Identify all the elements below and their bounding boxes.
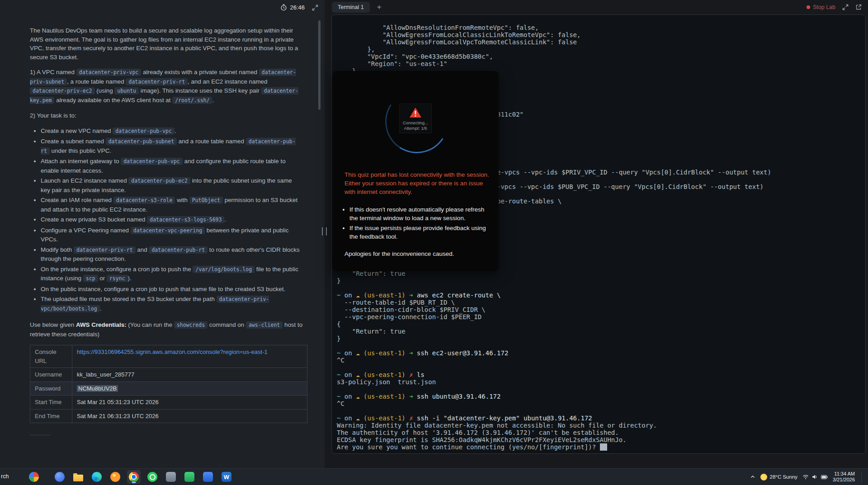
- credential-label: Console URL: [30, 345, 72, 368]
- terminal-line: Warning: Identity file datacenter-key.pe…: [337, 422, 863, 429]
- stop-lab-button[interactable]: Stop Lab: [807, 4, 835, 10]
- new-terminal-button[interactable]: +: [377, 3, 382, 12]
- inline-code: datacenter-pub-rt: [149, 246, 208, 254]
- lab-environment: 26:46 The Nautilus DevOps team needs to …: [0, 0, 868, 469]
- whatsapp-icon[interactable]: [146, 470, 159, 484]
- terminal-controls: Stop Lab: [807, 4, 862, 10]
- task-bullet: Create a subnet named datacenter-pub-sub…: [41, 137, 303, 155]
- alt-text-line1: Connecting...: [401, 120, 430, 126]
- whatsapp-icon: [147, 472, 157, 482]
- terminal-line: s3-policy.json trust.json: [337, 378, 863, 386]
- weather-label: 28°C Sunny: [770, 474, 798, 480]
- terminal-line: "AllowEgressFromLocalVpcToRemoteClassicL…: [337, 38, 863, 46]
- tab-terminal-1[interactable]: Terminal 1: [332, 2, 370, 13]
- task-scrollbar[interactable]: [318, 20, 321, 110]
- terminal-line: ~ on ☁ (us-east-1) ➜ ssh ubuntu@3.91.46.…: [337, 393, 863, 400]
- green-app-icon[interactable]: [183, 470, 196, 484]
- file-explorer-icon[interactable]: [71, 470, 85, 484]
- inline-code: datacenter-vpc-peering: [131, 227, 205, 234]
- chevron-up-icon: [750, 474, 755, 480]
- task-panel-header: 26:46: [280, 4, 318, 11]
- terminal-line: ^C: [337, 357, 863, 364]
- password-value: NCMu8bUV2B: [77, 385, 118, 392]
- task-bullet: On the private instance, configure a cro…: [41, 265, 303, 283]
- inline-code: datacenter-priv-rt: [74, 246, 136, 254]
- show-desktop-button[interactable]: [861, 471, 864, 482]
- edge-icon: [92, 472, 102, 482]
- open-in-new-window-button[interactable]: [855, 4, 862, 10]
- task-bullet: Create a new private S3 bucket named dat…: [41, 215, 303, 225]
- alt-text-line2: Attempt: 1/6: [401, 126, 430, 131]
- task-bullet: Launch an EC2 instance named datacenter-…: [41, 176, 303, 194]
- expand-terminal-button[interactable]: [842, 4, 849, 10]
- terminal-line: ~ on ☁ (us-east-1) ➜ ssh ec2-user@3.91.4…: [337, 349, 863, 357]
- task-bullet: On the public instance, configure a cron…: [41, 285, 303, 294]
- inline-code: datacenter-pub-vpc: [121, 158, 183, 165]
- credential-row: PasswordNCMu8bUV2B: [30, 381, 307, 396]
- task-setup: 1) A VPC named datacenter-priv-vpc alrea…: [30, 68, 303, 105]
- terminal-line: "Return": true: [337, 328, 863, 335]
- modal-bullet: If the issue persists please provide fee…: [349, 224, 492, 241]
- inline-code: datacenter-s3-role: [113, 197, 175, 204]
- clock-time: 11:34 AM: [833, 471, 855, 477]
- volume-icon: [812, 474, 818, 480]
- console-url-link[interactable]: https://933106964255.signin.aws.amazon.c…: [77, 348, 268, 357]
- weather-widget[interactable]: 28°C Sunny: [760, 474, 798, 480]
- credential-row: Console URLhttps://933106964255.signin.a…: [30, 345, 307, 368]
- credential-label: Password: [30, 381, 72, 396]
- widgets-pinwheel-icon: [29, 472, 39, 482]
- blue-app-icon[interactable]: [53, 470, 66, 484]
- task-description: The Nautilus DevOps team needs to build …: [30, 26, 303, 435]
- tray-status-icons[interactable]: [802, 474, 828, 480]
- clock-date: 3/21/2026: [833, 477, 855, 483]
- inline-code: rsync: [107, 275, 128, 282]
- credential-value: Sat Mar 21 05:31:23 UTC 2026: [72, 396, 307, 410]
- search-text: rch: [1, 473, 9, 480]
- system-tray: 28°C Sunny 11:34 AM 3/21/2026: [750, 471, 864, 483]
- task-bullet: Attach an internet gateway to datacenter…: [41, 157, 303, 175]
- apology-text: Apologies for the inconvenience caused.: [344, 250, 454, 257]
- terminal-line: {: [337, 320, 863, 328]
- connectivity-modal: Connecting... Attempt: 1/6 This quiz por…: [332, 71, 499, 271]
- bold-text: AWS Credentials:: [76, 321, 127, 328]
- terminal-line: --route-table-id $PUB_RT_ID \: [337, 299, 863, 306]
- gray-app-icon[interactable]: [164, 470, 178, 484]
- inline-code: ubuntu: [114, 87, 139, 94]
- taskbar-clock[interactable]: 11:34 AM 3/21/2026: [833, 471, 855, 483]
- task-intro: The Nautilus DevOps team needs to build …: [30, 26, 303, 61]
- credential-label: End Time: [30, 409, 72, 423]
- terminal-line: [337, 386, 863, 393]
- credential-label: Start Time: [30, 396, 72, 410]
- green-app-icon: [184, 472, 194, 482]
- task-bullet: The uploaded file must be stored in the …: [41, 295, 303, 313]
- credentials-note: Use below given AWS Credentials: (You ca…: [30, 320, 303, 339]
- edge-icon[interactable]: [90, 470, 104, 484]
- taskbar-search[interactable]: rch: [0, 469, 20, 485]
- credential-value: Sat Mar 21 06:31:23 UTC 2026: [72, 409, 307, 423]
- blue-app-icon-2[interactable]: [201, 470, 215, 484]
- tray-overflow-button[interactable]: [750, 474, 755, 480]
- terminal-line: "AllowDnsResolutionFromRemoteVpc": false…: [337, 24, 863, 31]
- firefox-icon[interactable]: [108, 470, 122, 484]
- inline-code: datacenter-priv-vpc: [76, 69, 142, 76]
- fullscreen-button[interactable]: [312, 5, 318, 11]
- panel-resize-handle[interactable]: [322, 227, 327, 235]
- task-list: Create a new VPC named datacenter-pub-vp…: [30, 127, 303, 314]
- terminal-line: [337, 342, 863, 349]
- lab-timer: 26:46: [280, 4, 305, 11]
- terminal-line: --destination-cidr-block $PRIV_CIDR \: [337, 306, 863, 313]
- expand-icon: [842, 4, 849, 10]
- broken-image-placeholder: Connecting... Attempt: 1/6: [399, 104, 432, 133]
- terminal-tabbar: Terminal 1 + Stop Lab: [326, 0, 868, 14]
- widgets-pinwheel-icon[interactable]: [27, 470, 41, 484]
- terminal-line: [337, 284, 863, 292]
- chrome-icon[interactable]: [127, 470, 141, 484]
- task-bullet: Create an IAM role named datacenter-s3-r…: [41, 196, 303, 214]
- word-icon[interactable]: W: [220, 470, 233, 484]
- firefox-icon: [110, 472, 120, 482]
- terminal-line: "Region": "us-east-1": [337, 60, 863, 67]
- task-heading: 2) Your task is to:: [30, 111, 303, 120]
- terminal-line: [337, 407, 863, 414]
- terminal-line: ~ on ☁ (us-east-1) ✗ ls: [337, 371, 863, 378]
- inline-code: /var/log/boots.log: [193, 266, 255, 273]
